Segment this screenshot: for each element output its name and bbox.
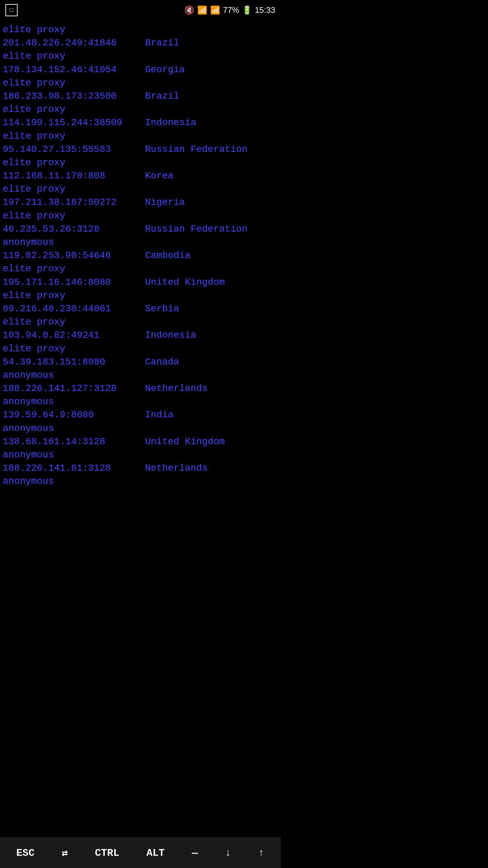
ip-port: 197.211.38.187:50272 <box>3 196 131 209</box>
proxy-entry: elite proxy 46.235.53.26:3128 Russian Fe… <box>3 209 278 236</box>
signal-icon: 📶 <box>210 5 220 15</box>
proxy-entry: elite proxy 197.211.38.187:50272 Nigeria <box>3 182 278 209</box>
entry-type: elite proxy <box>3 50 278 63</box>
status-bar-right: 🔇 📶 📶 77% 🔋 15:33 <box>184 5 275 15</box>
entry-type: elite proxy <box>3 23 278 36</box>
entry-type: anonymous <box>3 369 278 382</box>
country: Korea <box>145 169 278 182</box>
ip-port: 201.48.226.249:41846 <box>3 36 131 50</box>
status-bar-left: □ <box>5 4 18 16</box>
country: Netherlands <box>145 461 278 475</box>
country: Serbia <box>145 302 278 315</box>
country: Canada <box>145 355 278 369</box>
ip-port: 89.216.48.230:44061 <box>3 302 131 315</box>
entry-type: elite proxy <box>3 315 278 329</box>
ip-port: 188.226.141.127:3128 <box>3 382 131 395</box>
entry-type: anonymous <box>3 448 278 461</box>
entry-row: 188.226.141.61:3128 Netherlands <box>3 461 278 475</box>
entry-row: 89.216.48.230:44061 Serbia <box>3 302 278 315</box>
entry-type: anonymous <box>3 395 278 408</box>
entry-row: 54.39.183.151:8080 Canada <box>3 355 278 369</box>
entry-type: elite proxy <box>3 76 278 90</box>
country: India <box>145 408 278 421</box>
entry-type: elite proxy <box>3 289 278 302</box>
proxy-entry: anonymous <box>3 475 278 488</box>
terminal-icon: □ <box>5 4 18 16</box>
proxy-entry: anonymous 188.226.141.127:3128 Netherlan… <box>3 369 278 395</box>
proxy-entry: elite proxy 112.168.11.170:808 Korea <box>3 156 278 182</box>
entry-type: anonymous <box>3 236 278 249</box>
ip-port: 178.134.152.46:41054 <box>3 63 131 76</box>
entry-type: elite proxy <box>3 130 278 143</box>
entry-row: 197.211.38.187:50272 Nigeria <box>3 196 278 209</box>
entry-row: 103.94.0.82:49241 Indonesia <box>3 329 278 342</box>
country: Indonesia <box>145 329 278 342</box>
country: United Kingdom <box>145 435 278 448</box>
entry-row: 46.235.53.26:3128 Russian Federation <box>3 222 278 236</box>
country: Brazil <box>145 36 278 50</box>
battery-icon: 🔋 <box>242 5 252 15</box>
proxy-entry: elite proxy 89.216.48.230:44061 Serbia <box>3 289 278 315</box>
entry-type: elite proxy <box>3 209 278 222</box>
entry-type: elite proxy <box>3 262 278 275</box>
proxy-entry: elite proxy 114.199.115.244:38509 Indone… <box>3 103 278 129</box>
status-bar: □ 🔇 📶 📶 77% 🔋 15:33 <box>0 0 281 20</box>
country: Cambodia <box>145 249 278 262</box>
proxy-entry: elite proxy 103.94.0.82:49241 Indonesia <box>3 315 278 342</box>
entry-type: elite proxy <box>3 156 278 169</box>
country: Brazil <box>145 90 278 103</box>
ip-port: 195.171.16.146:8080 <box>3 276 131 289</box>
country: Russian Federation <box>145 222 278 236</box>
entry-row: 112.168.11.170:808 Korea <box>3 169 278 182</box>
entry-row: 139.59.64.9:8080 India <box>3 408 278 421</box>
ip-port: 54.39.183.151:8080 <box>3 355 131 369</box>
proxy-entry: elite proxy 186.233.98.173:23500 Brazil <box>3 76 278 103</box>
entry-row: 195.171.16.146:8080 United Kingdom <box>3 276 278 289</box>
country: Russian Federation <box>145 143 278 156</box>
proxy-entry: anonymous 138.68.161.14:3128 United King… <box>3 422 278 448</box>
ip-port: 188.226.141.61:3128 <box>3 461 131 475</box>
main-content: elite proxy 201.48.226.249:41846 Brazil … <box>0 20 281 522</box>
entry-type: elite proxy <box>3 103 278 116</box>
mute-icon: 🔇 <box>184 5 195 15</box>
ip-port: 112.168.11.170:808 <box>3 169 131 182</box>
ip-port: 103.94.0.82:49241 <box>3 329 131 342</box>
ip-port: 186.233.98.173:23500 <box>3 90 131 103</box>
country: United Kingdom <box>145 276 278 289</box>
proxy-entry: elite proxy 54.39.183.151:8080 Canada <box>3 342 278 369</box>
proxy-entry: anonymous 188.226.141.61:3128 Netherland… <box>3 448 278 475</box>
country: Indonesia <box>145 116 278 129</box>
entry-row: 188.226.141.127:3128 Netherlands <box>3 382 278 395</box>
country: Georgia <box>145 63 278 76</box>
country: Netherlands <box>145 382 278 395</box>
wifi-icon: 📶 <box>197 5 207 15</box>
ip-port: 46.235.53.26:3128 <box>3 222 131 236</box>
entry-type: anonymous <box>3 476 54 487</box>
ip-port: 95.140.27.135:55583 <box>3 143 131 156</box>
entry-row: 119.82.253.90:54646 Cambodia <box>3 249 278 262</box>
proxy-entry: anonymous 139.59.64.9:8080 India <box>3 395 278 421</box>
entry-row: 95.140.27.135:55583 Russian Federation <box>3 143 278 156</box>
entry-type: anonymous <box>3 422 278 435</box>
entry-row: 114.199.115.244:38509 Indonesia <box>3 116 278 129</box>
entry-row: 201.48.226.249:41846 Brazil <box>3 36 278 50</box>
ip-port: 114.199.115.244:38509 <box>3 116 131 129</box>
time: 15:33 <box>255 5 275 15</box>
proxy-entry: anonymous 119.82.253.90:54646 Cambodia <box>3 236 278 262</box>
proxy-entry: elite proxy 95.140.27.135:55583 Russian … <box>3 130 278 156</box>
ip-port: 138.68.161.14:3128 <box>3 435 131 448</box>
entry-type: elite proxy <box>3 342 278 355</box>
ip-port: 139.59.64.9:8080 <box>3 408 131 421</box>
proxy-entry: elite proxy 201.48.226.249:41846 Brazil <box>3 23 278 50</box>
proxy-entry: elite proxy 195.171.16.146:8080 United K… <box>3 262 278 289</box>
ip-port: 119.82.253.90:54646 <box>3 249 131 262</box>
entry-row: 138.68.161.14:3128 United Kingdom <box>3 435 278 448</box>
entry-row: 186.233.98.173:23500 Brazil <box>3 90 278 103</box>
entry-type: elite proxy <box>3 182 278 196</box>
proxy-entry: elite proxy 178.134.152.46:41054 Georgia <box>3 50 278 76</box>
country: Nigeria <box>145 196 278 209</box>
battery-percent: 77% <box>223 5 239 15</box>
entry-row: 178.134.152.46:41054 Georgia <box>3 63 278 76</box>
